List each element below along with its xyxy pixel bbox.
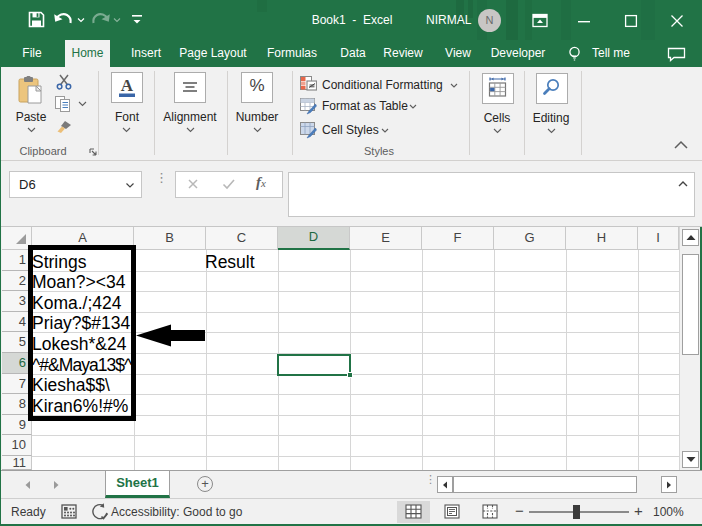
svg-text:A: A: [121, 76, 134, 95]
